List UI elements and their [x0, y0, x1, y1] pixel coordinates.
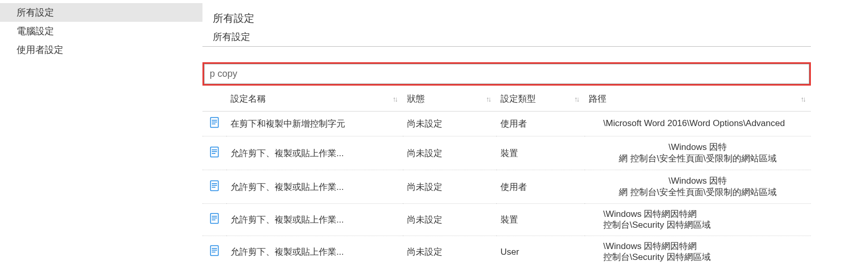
document-icon [210, 180, 219, 194]
cell-type: 使用者 [496, 112, 585, 136]
table-header-row: 設定名稱 ↑↓ 狀態 ↑↓ 設定類型 ↑↓ 路徑 ↑↓ [202, 88, 811, 112]
svg-rect-18 [212, 250, 217, 251]
svg-rect-11 [212, 187, 215, 188]
page-title: 所有設定 [202, 7, 811, 30]
search-highlight [202, 62, 811, 86]
cell-type: User [496, 236, 585, 262]
document-icon [210, 146, 219, 160]
svg-rect-3 [212, 123, 215, 125]
cell-state: 尚未設定 [403, 236, 496, 262]
cell-path: \Microsoft Word 2016\Word Options\Advanc… [585, 112, 811, 136]
svg-rect-15 [212, 219, 215, 220]
column-header-state[interactable]: 狀態 ↑↓ [403, 88, 496, 112]
svg-rect-19 [212, 252, 215, 253]
column-header-path[interactable]: 路徑 ↑↓ [585, 88, 811, 112]
column-header-icon [202, 88, 226, 112]
svg-rect-7 [212, 153, 215, 154]
page-subtitle: 所有設定 [202, 30, 811, 46]
document-icon [210, 245, 219, 259]
column-header-name-label: 設定名稱 [230, 94, 266, 104]
cell-path: \Windows 因特網因特網控制台\Security 因特網區域 [585, 204, 811, 236]
main-panel: 所有設定 所有設定 設定名稱 ↑↓ 狀態 ↑↓ [202, 0, 868, 262]
cell-state: 尚未設定 [403, 204, 496, 236]
document-icon [210, 213, 219, 227]
cell-type: 使用者 [496, 170, 585, 204]
table-row[interactable]: 允許剪下、複製或貼上作業...尚未設定User\Windows 因特網因特網控制… [202, 236, 811, 262]
svg-rect-2 [212, 122, 217, 123]
column-header-type-label: 設定類型 [500, 94, 536, 104]
sort-icon[interactable]: ↑↓ [801, 95, 805, 103]
sidebar-item-computer-settings[interactable]: 電腦設定 [0, 22, 202, 40]
sort-icon[interactable]: ↑↓ [392, 95, 397, 103]
table-row[interactable]: 允許剪下、複製或貼上作業...尚未設定裝置\Windows 因特網 控制台\安全… [202, 136, 811, 170]
cell-path: \Windows 因特網因特網控制台\Security 因特網區域 [585, 236, 811, 262]
column-header-path-label: 路徑 [589, 94, 606, 104]
cell-path: \Windows 因特網 控制台\安全性頁面\受限制的網站區域 [585, 136, 811, 170]
cell-setting-name: 允許剪下、複製或貼上作業... [226, 204, 403, 236]
sidebar: 所有設定 電腦設定 使用者設定 [0, 0, 202, 262]
svg-rect-5 [212, 149, 217, 150]
cell-setting-name: 允許剪下、複製或貼上作業... [226, 236, 403, 262]
cell-state: 尚未設定 [403, 136, 496, 170]
svg-rect-6 [212, 151, 217, 152]
column-header-name[interactable]: 設定名稱 ↑↓ [226, 88, 403, 112]
document-icon [210, 117, 219, 131]
svg-rect-10 [212, 185, 217, 186]
sort-icon[interactable]: ↑↓ [486, 95, 490, 103]
table-row[interactable]: 允許剪下、複製或貼上作業...尚未設定裝置\Windows 因特網因特網控制台\… [202, 204, 811, 236]
search-input[interactable] [204, 64, 809, 84]
svg-rect-1 [212, 120, 217, 121]
svg-rect-9 [212, 183, 217, 184]
cell-type: 裝置 [496, 204, 585, 236]
cell-setting-name: 在剪下和複製中新增控制字元 [226, 112, 403, 136]
settings-table: 設定名稱 ↑↓ 狀態 ↑↓ 設定類型 ↑↓ 路徑 ↑↓ [202, 88, 811, 262]
cell-state: 尚未設定 [403, 112, 496, 136]
divider [202, 46, 811, 47]
cell-path: \Windows 因特網 控制台\安全性頁面\受限制的網站區域 [585, 170, 811, 204]
cell-setting-name: 允許剪下、複製或貼上作業... [226, 136, 403, 170]
table-row[interactable]: 在剪下和複製中新增控制字元尚未設定使用者\Microsoft Word 2016… [202, 112, 811, 136]
cell-setting-name: 允許剪下、複製或貼上作業... [226, 170, 403, 204]
svg-rect-14 [212, 218, 217, 219]
cell-type: 裝置 [496, 136, 585, 170]
sort-icon[interactable]: ↑↓ [574, 95, 578, 103]
column-header-state-label: 狀態 [407, 94, 425, 104]
cell-state: 尚未設定 [403, 170, 496, 204]
svg-rect-17 [212, 248, 217, 249]
svg-rect-13 [212, 216, 217, 217]
sidebar-item-user-settings[interactable]: 使用者設定 [0, 40, 202, 59]
table-row[interactable]: 允許剪下、複製或貼上作業...尚未設定使用者\Windows 因特網 控制台\安… [202, 170, 811, 204]
column-header-type[interactable]: 設定類型 ↑↓ [496, 88, 585, 112]
sidebar-item-all-settings[interactable]: 所有設定 [0, 3, 202, 22]
